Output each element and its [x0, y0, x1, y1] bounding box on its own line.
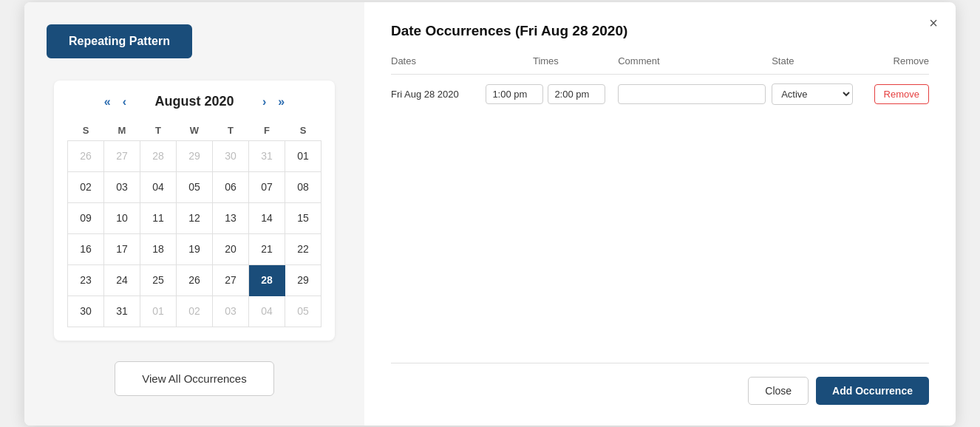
cal-day-header: S — [285, 120, 321, 141]
calendar-day[interactable]: 30 — [213, 140, 249, 171]
right-footer: Close Add Occurrence — [391, 363, 929, 405]
calendar-day[interactable]: 23 — [68, 264, 104, 296]
cal-day-header: S — [68, 120, 104, 141]
calendar-day[interactable]: 08 — [285, 171, 321, 202]
calendar-day[interactable]: 03 — [213, 296, 249, 327]
calendar-day[interactable]: 01 — [285, 140, 321, 171]
calendar-day[interactable]: 05 — [285, 296, 321, 327]
calendar-day[interactable]: 17 — [104, 233, 140, 264]
calendar-day[interactable]: 27 — [104, 140, 140, 171]
calendar-day[interactable]: 20 — [213, 233, 249, 264]
calendar-day[interactable]: 06 — [213, 171, 249, 202]
next-next-month-button[interactable]: » — [275, 94, 287, 110]
occurrence-date: Fri Aug 28 2020 — [391, 74, 481, 114]
calendar-day[interactable]: 02 — [68, 171, 104, 202]
col-remove: Remove — [865, 55, 929, 75]
calendar-day[interactable]: 31 — [104, 296, 140, 327]
occurrence-state: ActiveInactiveCancelled — [766, 74, 865, 114]
calendar-grid: SMTWTFS 26272829303101020304050607080910… — [67, 120, 321, 327]
col-state: State — [766, 55, 865, 75]
col-times: Times — [481, 55, 611, 75]
left-panel: Repeating Pattern « ‹ August 2020 › » SM… — [24, 2, 364, 426]
calendar-day[interactable]: 28 — [249, 264, 285, 296]
right-panel: × Date Occurrences (Fri Aug 28 2020) Dat… — [364, 2, 956, 426]
calendar-day[interactable]: 14 — [249, 202, 285, 233]
calendar-title: August 2020 — [135, 94, 253, 109]
calendar-day[interactable]: 15 — [285, 202, 321, 233]
calendar-day[interactable]: 02 — [177, 296, 213, 327]
add-occurrence-button[interactable]: Add Occurrence — [816, 377, 929, 405]
next-month-button[interactable]: › — [259, 94, 269, 110]
calendar-day[interactable]: 04 — [249, 296, 285, 327]
time-end-input[interactable] — [548, 84, 605, 104]
calendar-day[interactable]: 24 — [104, 264, 140, 296]
comment-input[interactable] — [618, 84, 766, 104]
prev-prev-month-button[interactable]: « — [101, 94, 114, 110]
calendar-header: « ‹ August 2020 › » — [67, 94, 321, 110]
calendar-day[interactable]: 13 — [213, 202, 249, 233]
calendar-day[interactable]: 18 — [140, 233, 177, 264]
calendar-day[interactable]: 03 — [104, 171, 140, 202]
cal-day-header: T — [140, 120, 177, 141]
col-comment: Comment — [610, 55, 766, 75]
modal-container: Repeating Pattern « ‹ August 2020 › » SM… — [24, 2, 956, 426]
cal-day-header: T — [213, 120, 249, 141]
remove-button[interactable]: Remove — [874, 84, 929, 104]
calendar: « ‹ August 2020 › » SMTWTFS 262728293031… — [54, 81, 335, 341]
calendar-day[interactable]: 27 — [213, 264, 249, 296]
calendar-day[interactable]: 26 — [177, 264, 213, 296]
occurrence-remove: Remove — [865, 74, 929, 114]
calendar-day[interactable]: 12 — [177, 202, 213, 233]
calendar-day[interactable]: 28 — [140, 140, 177, 171]
col-dates: Dates — [391, 55, 481, 75]
repeating-pattern-button[interactable]: Repeating Pattern — [47, 24, 192, 58]
state-select[interactable]: ActiveInactiveCancelled — [772, 83, 853, 105]
calendar-day[interactable]: 29 — [177, 140, 213, 171]
occurrence-times — [481, 74, 611, 114]
calendar-day[interactable]: 07 — [249, 171, 285, 202]
occurrences-table: Dates Times Comment State Remove Fri Aug… — [391, 55, 929, 114]
calendar-day[interactable]: 31 — [249, 140, 285, 171]
time-start-input[interactable] — [486, 84, 543, 104]
calendar-day[interactable]: 25 — [140, 264, 177, 296]
calendar-day[interactable]: 16 — [68, 233, 104, 264]
cal-day-header: F — [249, 120, 285, 141]
cal-day-header: M — [104, 120, 140, 141]
calendar-day[interactable]: 09 — [68, 202, 104, 233]
footer-close-button[interactable]: Close — [748, 377, 809, 405]
view-all-occurrences-button[interactable]: View All Occurrences — [115, 361, 273, 396]
calendar-day[interactable]: 21 — [249, 233, 285, 264]
calendar-day[interactable]: 11 — [140, 202, 177, 233]
calendar-day[interactable]: 30 — [68, 296, 104, 327]
close-modal-button[interactable]: × — [929, 16, 938, 30]
prev-month-button[interactable]: ‹ — [120, 94, 129, 110]
calendar-day[interactable]: 05 — [177, 171, 213, 202]
calendar-day[interactable]: 26 — [68, 140, 104, 171]
occurrences-title: Date Occurrences (Fri Aug 28 2020) — [391, 23, 929, 39]
cal-day-header: W — [177, 120, 213, 141]
occurrence-comment — [610, 74, 766, 114]
calendar-day[interactable]: 29 — [285, 264, 321, 296]
calendar-day[interactable]: 10 — [104, 202, 140, 233]
calendar-day[interactable]: 22 — [285, 233, 321, 264]
occurrences-content: Dates Times Comment State Remove Fri Aug… — [391, 55, 929, 349]
calendar-day[interactable]: 19 — [177, 233, 213, 264]
table-row: Fri Aug 28 2020ActiveInactiveCancelledRe… — [391, 74, 929, 114]
calendar-day[interactable]: 01 — [140, 296, 177, 327]
calendar-day[interactable]: 04 — [140, 171, 177, 202]
